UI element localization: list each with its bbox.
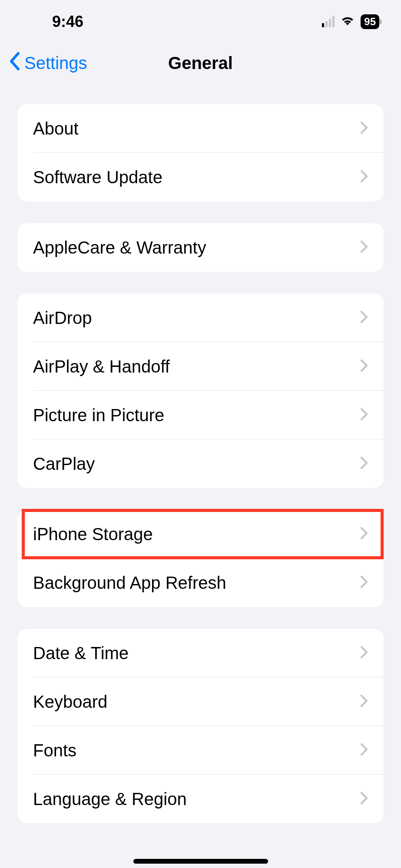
battery-indicator: 95 <box>361 14 379 29</box>
chevron-right-icon <box>360 359 368 374</box>
row-language-region[interactable]: Language & Region <box>17 775 384 823</box>
status-time: 9:46 <box>22 13 83 31</box>
chevron-right-icon <box>360 240 368 255</box>
row-label: About <box>33 119 79 139</box>
settings-group: AppleCare & Warranty <box>17 223 384 272</box>
row-picture-in-picture[interactable]: Picture in Picture <box>17 391 384 439</box>
row-label: Fonts <box>33 741 76 760</box>
row-label: iPhone Storage <box>33 525 153 544</box>
row-label: Software Update <box>33 168 162 187</box>
row-background-app-refresh[interactable]: Background App Refresh <box>17 558 384 607</box>
chevron-right-icon <box>360 575 368 590</box>
chevron-right-icon <box>360 170 368 185</box>
cellular-signal-icon <box>322 16 335 27</box>
row-label: Keyboard <box>33 692 107 712</box>
chevron-right-icon <box>360 527 368 541</box>
status-bar: 9:46 95 <box>0 0 401 43</box>
back-label: Settings <box>24 53 87 73</box>
row-carplay[interactable]: CarPlay <box>17 439 384 488</box>
row-label: AppleCare & Warranty <box>33 238 206 257</box>
settings-group: AboutSoftware Update <box>17 104 384 201</box>
row-label: AirPlay & Handoff <box>33 357 170 376</box>
chevron-right-icon <box>360 310 368 325</box>
row-label: AirDrop <box>33 308 92 328</box>
navigation-bar: Settings General <box>0 43 401 83</box>
row-keyboard[interactable]: Keyboard <box>17 677 384 726</box>
row-airdrop[interactable]: AirDrop <box>17 294 384 342</box>
row-software-update[interactable]: Software Update <box>17 153 384 201</box>
chevron-right-icon <box>360 646 368 660</box>
settings-group: Date & TimeKeyboardFontsLanguage & Regio… <box>17 629 384 823</box>
chevron-right-icon <box>360 408 368 422</box>
chevron-right-icon <box>360 121 368 136</box>
settings-group: iPhone StorageBackground App Refresh <box>17 510 384 607</box>
row-fonts[interactable]: Fonts <box>17 726 384 775</box>
row-date-time[interactable]: Date & Time <box>17 629 384 677</box>
chevron-right-icon <box>360 694 368 709</box>
row-label: Picture in Picture <box>33 406 164 425</box>
row-airplay-handoff[interactable]: AirPlay & Handoff <box>17 342 384 391</box>
back-button[interactable]: Settings <box>9 52 87 75</box>
row-label: Date & Time <box>33 644 129 663</box>
home-indicator[interactable] <box>133 859 268 864</box>
page-title: General <box>168 53 233 73</box>
row-about[interactable]: About <box>17 104 384 153</box>
chevron-right-icon <box>360 456 368 471</box>
row-label: Language & Region <box>33 789 187 809</box>
status-right: 95 <box>322 14 379 29</box>
chevron-right-icon <box>360 792 368 806</box>
row-label: CarPlay <box>33 454 95 474</box>
wifi-icon <box>340 15 355 29</box>
row-applecare-warranty[interactable]: AppleCare & Warranty <box>17 223 384 272</box>
chevron-left-icon <box>9 52 21 75</box>
row-iphone-storage[interactable]: iPhone Storage <box>17 510 384 558</box>
settings-group: AirDropAirPlay & HandoffPicture in Pictu… <box>17 294 384 488</box>
row-label: Background App Refresh <box>33 573 226 593</box>
settings-content: AboutSoftware UpdateAppleCare & Warranty… <box>0 104 401 823</box>
chevron-right-icon <box>360 743 368 758</box>
